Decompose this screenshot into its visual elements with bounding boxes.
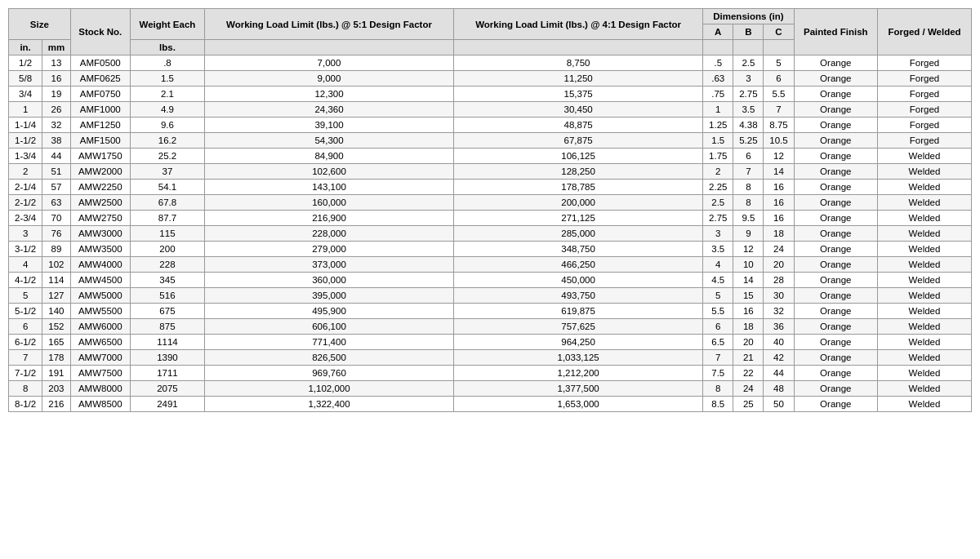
cell-in: 2-3/4 [9,211,42,226]
table-row: 1-3/444AMW175025.284,900106,1251.75612Or… [9,149,972,164]
cell-in: 1/2 [9,55,42,71]
cell-painted: Orange [794,195,877,211]
cell-b: 20 [733,335,764,350]
wll5-header: Working Load Limit (lbs.) @ 5:1 Design F… [204,9,453,40]
wll4-header: Working Load Limit (lbs.) @ 4:1 Design F… [454,9,703,40]
cell-type: Welded [878,350,972,366]
cell-c: 42 [764,350,794,366]
cell-type: Welded [878,335,972,350]
cell-wll4: 128,250 [454,164,703,180]
table-row: 7178AMW70001390826,5001,033,12572142Oran… [9,350,972,366]
size-header: Size [9,9,71,40]
cell-c: 50 [764,397,794,412]
cell-mm: 102 [42,257,70,273]
cell-type: Welded [878,273,972,288]
cell-b: 6 [733,149,764,164]
cell-wll4: 48,875 [454,118,703,133]
cell-c: 8.75 [764,118,794,133]
cell-stock: AMF1500 [70,133,130,149]
cell-a: 1.5 [703,133,733,149]
cell-wll4: 1,377,500 [454,381,703,397]
cell-a: 1.75 [703,149,733,164]
table-row: 8203AMW800020751,102,0001,377,50082448Or… [9,381,972,397]
cell-stock: AMW2500 [70,195,130,211]
cell-wll4: 271,125 [454,211,703,226]
cell-wll5: 54,300 [204,133,453,149]
dim-c-header: C [764,24,794,40]
cell-b: 8 [733,180,764,195]
wll4-sub-header [454,40,703,55]
dim-b-sub [733,40,764,55]
cell-in: 5-1/2 [9,304,42,319]
cell-wll5: 216,900 [204,211,453,226]
cell-weight: 200 [130,242,204,257]
cell-b: 3.5 [733,102,764,118]
cell-a: .5 [703,55,733,71]
cell-c: 16 [764,180,794,195]
table-row: 7-1/2191AMW75001711969,7601,212,2007.522… [9,366,972,381]
cell-wll5: 102,600 [204,164,453,180]
table-row: 2-1/457AMW225054.1143,100178,7852.25816O… [9,180,972,195]
cell-wll5: 1,102,000 [204,381,453,397]
cell-c: 40 [764,335,794,350]
cell-type: Forged [878,55,972,71]
cell-c: 20 [764,257,794,273]
cell-c: 30 [764,288,794,304]
cell-weight: 875 [130,319,204,335]
cell-c: 28 [764,273,794,288]
cell-weight: .8 [130,55,204,71]
cell-a: 5 [703,288,733,304]
cell-in: 5 [9,288,42,304]
cell-mm: 89 [42,242,70,257]
cell-type: Forged [878,133,972,149]
cell-weight: 16.2 [130,133,204,149]
cell-in: 5/8 [9,71,42,87]
cell-b: 4.38 [733,118,764,133]
cell-mm: 32 [42,118,70,133]
cell-type: Welded [878,304,972,319]
table-row: 4-1/2114AMW4500345360,000450,0004.51428O… [9,273,972,288]
cell-type: Welded [878,149,972,164]
cell-a: 7 [703,350,733,366]
dim-c-sub [764,40,794,55]
cell-b: 15 [733,288,764,304]
cell-weight: 9.6 [130,118,204,133]
cell-type: Forged [878,118,972,133]
cell-mm: 51 [42,164,70,180]
table-row: 3-1/289AMW3500200279,000348,7503.51224Or… [9,242,972,257]
cell-type: Welded [878,397,972,412]
cell-mm: 140 [42,304,70,319]
cell-in: 2 [9,164,42,180]
cell-a: 2.75 [703,211,733,226]
cell-wll4: 964,250 [454,335,703,350]
cell-a: 7.5 [703,366,733,381]
cell-wll5: 7,000 [204,55,453,71]
cell-stock: AMW6500 [70,335,130,350]
cell-mm: 26 [42,102,70,118]
cell-painted: Orange [794,71,877,87]
cell-wll4: 106,125 [454,149,703,164]
cell-painted: Orange [794,381,877,397]
cell-in: 3/4 [9,87,42,102]
table-row: 6-1/2165AMW65001114771,400964,2506.52040… [9,335,972,350]
cell-in: 1 [9,102,42,118]
cell-in: 2-1/4 [9,180,42,195]
cell-weight: 54.1 [130,180,204,195]
cell-in: 3 [9,226,42,242]
table-row: 6152AMW6000875606,100757,62561836OrangeW… [9,319,972,335]
table-row: 2-1/263AMW250067.8160,000200,0002.5816Or… [9,195,972,211]
cell-b: 9 [733,226,764,242]
cell-type: Welded [878,195,972,211]
dim-a-sub [703,40,733,55]
table-row: 2-3/470AMW275087.7216,900271,1252.759.51… [9,211,972,226]
cell-c: 36 [764,319,794,335]
cell-c: 24 [764,242,794,257]
cell-b: 22 [733,366,764,381]
cell-wll5: 495,900 [204,304,453,319]
cell-b: 9.5 [733,211,764,226]
cell-a: 8 [703,381,733,397]
table-row: 126AMF10004.924,36030,45013.57OrangeForg… [9,102,972,118]
cell-weight: 115 [130,226,204,242]
cell-weight: 1390 [130,350,204,366]
cell-painted: Orange [794,288,877,304]
